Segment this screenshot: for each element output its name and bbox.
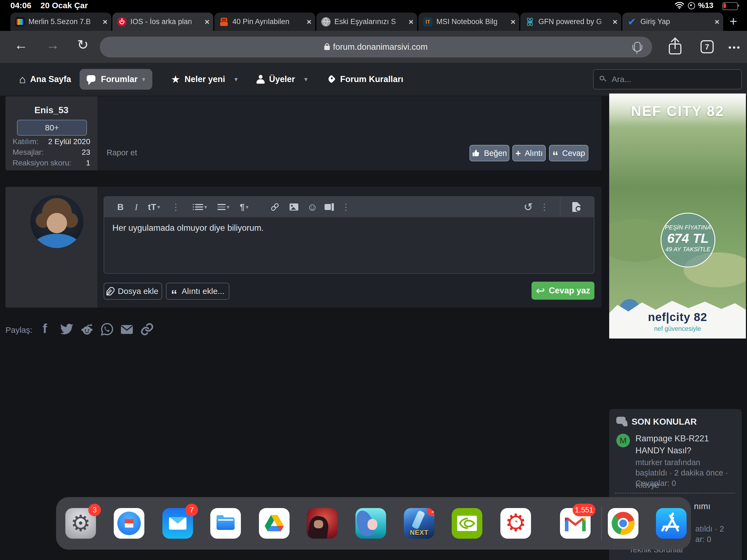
toolbar-divider	[560, 197, 560, 217]
link-icon[interactable]	[140, 322, 154, 336]
nav-forum-kurallari[interactable]: Forum Kuralları	[328, 63, 403, 96]
forward-button[interactable]: →	[46, 37, 60, 53]
text-size-button[interactable]: tT▾	[148, 197, 160, 217]
back-button[interactable]: ←	[14, 37, 28, 53]
reply-button[interactable]: “ Cevap	[549, 145, 588, 161]
quote-button[interactable]: + Alıntı	[512, 145, 546, 161]
reload-button[interactable]: ↻	[77, 37, 88, 53]
close-icon[interactable]: ×	[406, 17, 413, 27]
reply-arrow-icon: ↩	[536, 286, 545, 295]
italic-button[interactable]: I	[135, 197, 138, 217]
author-field: Mesajlar:23	[12, 148, 90, 157]
report-link[interactable]: Rapor et	[107, 148, 137, 157]
lock-icon	[324, 46, 330, 50]
ad-title: NEF CITY 82	[609, 103, 746, 119]
address-bar[interactable]: forum.donanimarsivi.com	[100, 36, 652, 57]
attach-file-button[interactable]: Dosya ekle	[104, 283, 162, 300]
close-icon[interactable]: ×	[610, 17, 617, 27]
atom-favicon-icon	[525, 17, 535, 27]
like-button[interactable]: Beğen	[469, 145, 509, 161]
drive-triangle-icon	[265, 515, 284, 532]
topic-title[interactable]: Rampage KB-R221 HANDY Nasıl?	[636, 433, 734, 457]
link-button[interactable]	[271, 197, 280, 217]
preview-button[interactable]	[572, 197, 581, 217]
author-name[interactable]: Enis_53	[5, 105, 97, 116]
list-button[interactable]: ▾	[195, 197, 207, 217]
mic-icon[interactable]	[634, 42, 641, 52]
browser-menu-button[interactable]: •••	[728, 43, 741, 52]
chrome-app-icon[interactable]	[608, 508, 639, 539]
advertisement[interactable]: NEF CITY 82 PEŞİN FİYATINA 674 TL 49 AY …	[609, 94, 746, 338]
insert-quote-button[interactable]: “ Alıntı ekle...	[166, 283, 229, 300]
browser-tab-giris[interactable]: ✔ Giriş Yap ×	[622, 12, 723, 31]
gmail-app-icon[interactable]: 1.551	[560, 508, 591, 539]
email-icon[interactable]	[120, 322, 134, 336]
align-button[interactable]: ▾	[217, 197, 229, 217]
more-format-button[interactable]: ⋮	[172, 197, 180, 217]
game-teal-jinx-app-icon[interactable]	[356, 508, 386, 539]
topic-category[interactable]: Klavye	[636, 481, 659, 490]
chrome-logo-icon	[612, 512, 635, 535]
whatsapp-icon[interactable]	[100, 322, 114, 336]
nav-ana-sayfa[interactable]: ⌂ Ana Sayfa	[19, 63, 71, 96]
media-button[interactable]	[325, 197, 334, 217]
topic-title-fragment[interactable]: nımı	[694, 502, 711, 511]
new-tab-button[interactable]: +	[729, 16, 737, 27]
nav-forumlar[interactable]: Forumlar ▾	[80, 69, 152, 90]
close-icon[interactable]: ×	[712, 17, 719, 27]
twitter-icon[interactable]	[60, 322, 74, 336]
youtube-studio-app-icon[interactable]: ⚙	[500, 508, 531, 539]
avatar[interactable]	[30, 195, 83, 248]
emoji-button[interactable]: ☺	[307, 197, 318, 217]
person-icon	[256, 75, 265, 84]
chevron-down-icon[interactable]: ▾	[234, 75, 238, 83]
files-app-icon[interactable]	[210, 508, 241, 539]
screen: 04:06 20 Ocak Çar %13 Merlin 5.Sezon 7.B…	[0, 0, 747, 560]
safari-app-icon[interactable]	[114, 508, 145, 539]
settings-app-icon[interactable]: ⚙ 3	[66, 508, 96, 539]
close-icon[interactable]: ×	[508, 17, 515, 27]
reddit-icon[interactable]	[80, 322, 94, 336]
avatar: M	[616, 434, 630, 447]
browser-tab-40pin[interactable]: 40 Pin Ayrılabilen ×	[214, 12, 315, 31]
close-icon[interactable]: ×	[202, 17, 209, 27]
post-reply-button[interactable]: ↩ Cevap yaz	[532, 282, 594, 300]
search-box[interactable]: Ara...	[593, 69, 742, 90]
google-drive-app-icon[interactable]	[259, 508, 289, 539]
bold-button[interactable]: B	[117, 197, 124, 217]
browser-tab-ios[interactable]: IOS - İos arka plan ×	[112, 12, 213, 31]
tab-switcher-button[interactable]: 7	[700, 40, 714, 53]
more-tools-button[interactable]: ⋮	[540, 197, 549, 217]
close-icon[interactable]: ×	[100, 17, 107, 27]
undo-button[interactable]: ↺	[524, 197, 533, 217]
close-icon[interactable]: ×	[304, 17, 311, 27]
chevron-down-icon[interactable]: ▾	[304, 75, 308, 83]
game-red-warrior-app-icon[interactable]	[307, 508, 337, 539]
gear-icon: ⚙	[505, 509, 526, 536]
mobile-legends-app-icon[interactable]: NEXT 1	[404, 508, 435, 539]
browser-tab-merlin[interactable]: Merlin 5.Sezon 7.B ×	[10, 12, 111, 31]
mail-app-icon[interactable]: 7	[162, 508, 193, 539]
editor-text[interactable]: Her uygulamada olmuyor diye biliyorum.	[112, 223, 264, 233]
quote-icon: “	[552, 153, 558, 159]
ad-price-badge: PEŞİN FİYATINA 674 TL 49 AY TAKSİTLE	[661, 213, 715, 268]
nav-neler-yeni[interactable]: ★ Neler yeni ▾	[171, 63, 238, 96]
app-store-a-icon	[656, 508, 687, 539]
author-panel: Enis_53 80+ Katılım:2 Eylül 2020 Mesajla…	[5, 96, 97, 170]
browser-tab-gfn[interactable]: GFN powered by G ×	[520, 12, 621, 31]
browser-toolbar: ← → ↻ forum.donanimarsivi.com 7 •••	[0, 31, 747, 63]
nvidia-geforce-now-app-icon[interactable]	[452, 508, 482, 539]
browser-tab-msi[interactable]: IT MSI Notebook Bilg ×	[418, 12, 519, 31]
nav-uyeler[interactable]: Üyeler ▾	[256, 63, 308, 96]
browser-tab-eski[interactable]: Eski Eşyalarınızı S ×	[316, 12, 417, 31]
more-insert-button[interactable]: ⋮	[341, 197, 350, 217]
link-icon	[269, 202, 281, 212]
tag-icon	[328, 75, 336, 83]
share-icon[interactable]	[669, 39, 681, 54]
rich-text-editor[interactable]: B I tT▾ ⋮ ▾ ▾ ¶▾ ☺ ⋮ ↺ ⋮ Her uygulamada …	[104, 196, 594, 274]
app-store-app-icon[interactable]	[656, 508, 687, 539]
paragraph-button[interactable]: ¶▾	[240, 197, 249, 217]
image-icon	[289, 203, 298, 210]
image-button[interactable]	[289, 197, 298, 217]
facebook-icon[interactable]: f	[43, 321, 57, 335]
